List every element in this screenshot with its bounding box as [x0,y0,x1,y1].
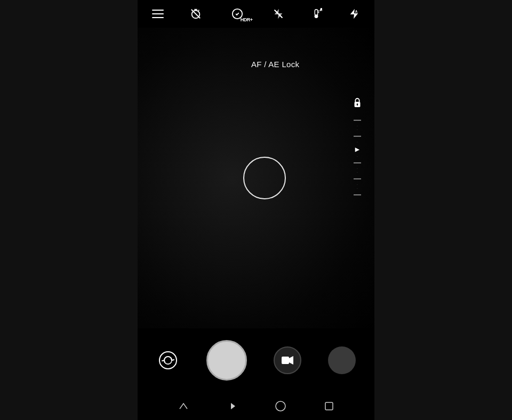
menu-icon[interactable] [148,4,167,23]
top-bar: HDR+ A A [138,0,374,28]
slider-arrow: ► [354,145,361,154]
temperature-icon[interactable]: A [307,4,326,23]
slider-mark: · [357,125,357,127]
bottom-controls [138,328,374,392]
svg-point-22 [159,352,177,369]
slider-mark: — [354,132,361,140]
nav-bar [138,392,374,420]
slider-mark: · [357,155,357,158]
af-ae-lock-label: AF / AE Lock [251,60,299,69]
flash-auto-icon[interactable]: A [345,4,364,23]
exposure-slider[interactable]: — · · — · ► · — · · — · · — [351,97,364,296]
timer-off-icon[interactable] [186,4,205,23]
slider-mark: · [357,183,357,186]
slider-mark: · [357,141,357,143]
slider-mark: — [354,191,361,198]
svg-rect-12 [315,10,318,15]
svg-rect-21 [357,104,357,106]
slider-mark: — [354,116,361,124]
svg-rect-0 [152,10,164,11]
svg-rect-2 [152,17,164,18]
nav-home-icon[interactable] [270,395,291,417]
focus-circle [243,157,286,199]
svg-text:A: A [321,8,323,11]
gallery-button[interactable] [328,346,356,374]
slider-mark: — [354,159,361,166]
nav-recents-icon[interactable] [318,395,340,417]
hdr-icon[interactable]: HDR+ [224,4,251,23]
slider-mark: — [354,175,361,182]
svg-point-26 [276,401,285,411]
svg-marker-24 [289,356,293,365]
svg-text:A: A [355,10,358,13]
slider-mark: · [357,128,357,131]
svg-marker-25 [231,403,235,409]
svg-rect-27 [325,402,333,410]
video-button[interactable] [274,346,301,374]
phone-container: HDR+ A A [138,0,374,420]
nav-back-icon[interactable] [173,395,194,417]
slider-mark: · [357,171,357,174]
slider-track[interactable]: — · · — · ► · — · · — · · — [354,116,361,296]
slider-mark: · [357,187,357,190]
svg-line-6 [198,10,199,11]
exposure-lock-icon [353,97,362,110]
viewfinder[interactable]: AF / AE Lock — · · — · ► · [138,28,374,328]
slider-mark: · [357,167,357,170]
flip-camera-button[interactable] [156,349,180,372]
shutter-button[interactable] [206,340,247,381]
flash-grid-icon[interactable] [269,4,288,23]
nav-triangle-icon[interactable] [221,395,243,417]
svg-rect-1 [152,13,164,14]
svg-rect-23 [282,357,289,364]
